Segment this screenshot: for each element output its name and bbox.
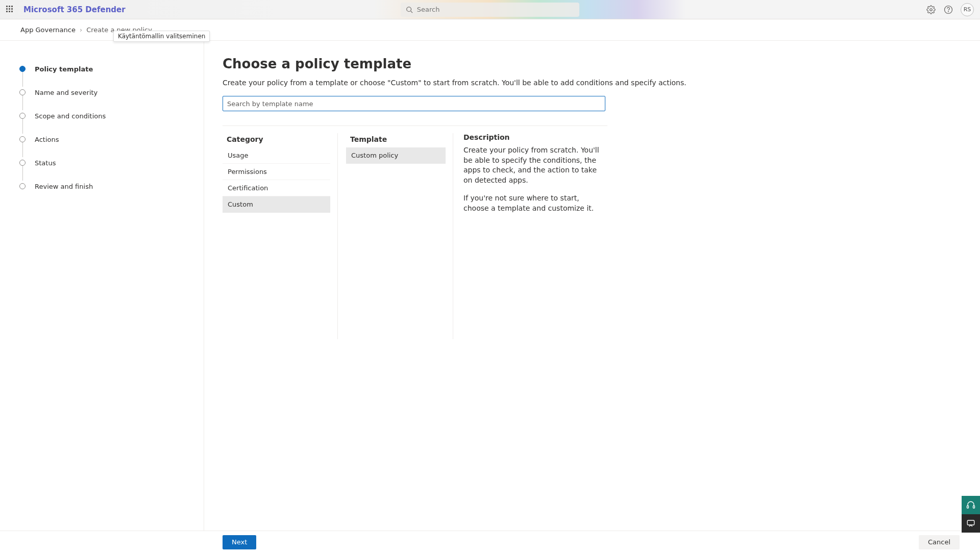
category-item-certification[interactable]: Certification — [223, 180, 330, 196]
step-label: Review and finish — [35, 183, 93, 190]
category-item-usage[interactable]: Usage — [223, 147, 330, 164]
wizard-step-1[interactable]: Name and severity — [19, 81, 204, 104]
wizard-step-4[interactable]: Status — [19, 151, 204, 174]
svg-point-3 — [944, 6, 952, 13]
template-item-0[interactable]: Custom policy — [346, 147, 446, 164]
page-subtitle: Create your policy from a template or ch… — [223, 79, 980, 87]
wizard-steps-list: Policy templateName and severityScope an… — [19, 57, 204, 198]
wizard-step-5[interactable]: Review and finish — [19, 174, 204, 198]
floating-assist-buttons — [962, 496, 980, 531]
template-heading: Template — [350, 135, 446, 143]
description-text-1: Create your policy from scratch. You'll … — [463, 145, 600, 185]
svg-rect-7 — [967, 520, 974, 525]
svg-rect-6 — [973, 506, 975, 509]
step-indicator-icon — [19, 89, 26, 95]
wizard-step-3[interactable]: Actions — [19, 128, 204, 151]
step-indicator-icon — [19, 66, 26, 72]
template-picker: Category UsagePermissionsCertificationCu… — [223, 125, 607, 339]
help-icon[interactable] — [943, 5, 953, 15]
user-avatar[interactable]: RS — [961, 3, 974, 16]
svg-line-1 — [410, 11, 412, 13]
page-title: Choose a policy template — [223, 56, 980, 71]
global-search-input[interactable] — [417, 6, 574, 13]
global-search[interactable] — [401, 3, 579, 17]
category-list: UsagePermissionsCertificationCustom — [223, 147, 330, 213]
breadcrumb-separator: › — [80, 26, 82, 34]
template-search-input[interactable] — [223, 96, 605, 111]
template-list: Custom policy — [346, 147, 446, 164]
feedback-icon[interactable] — [962, 514, 980, 531]
header-actions: RS — [926, 3, 974, 16]
svg-point-4 — [948, 11, 949, 12]
category-heading: Category — [227, 135, 330, 143]
search-icon — [406, 6, 413, 13]
wizard-content: Choose a policy template Create your pol… — [204, 41, 980, 531]
category-item-permissions[interactable]: Permissions — [223, 164, 330, 180]
headset-icon[interactable] — [962, 496, 980, 514]
category-item-custom[interactable]: Custom — [223, 196, 330, 213]
step-label: Actions — [35, 136, 59, 143]
wizard-step-0[interactable]: Policy template — [19, 57, 204, 81]
step-indicator-icon — [19, 113, 26, 119]
settings-icon[interactable] — [926, 5, 936, 15]
app-launcher-icon[interactable] — [6, 6, 14, 14]
step-label: Name and severity — [35, 89, 97, 96]
breadcrumb-root[interactable]: App Governance — [20, 26, 76, 34]
svg-rect-5 — [967, 506, 969, 509]
step-indicator-icon — [19, 183, 26, 189]
wizard-step-2[interactable]: Scope and conditions — [19, 104, 204, 128]
wizard-layout: Policy templateName and severityScope an… — [0, 41, 980, 531]
step-label: Status — [35, 159, 56, 167]
brand-title[interactable]: Microsoft 365 Defender — [23, 5, 126, 14]
description-column: Description Create your policy from scra… — [453, 133, 607, 339]
breadcrumb-tooltip: Käytäntömallin valitseminen — [113, 31, 210, 42]
svg-point-0 — [407, 7, 411, 11]
step-label: Policy template — [35, 65, 93, 73]
category-column: Category UsagePermissionsCertificationCu… — [223, 133, 338, 339]
description-heading: Description — [463, 133, 600, 141]
template-column: Template Custom policy — [338, 133, 453, 339]
svg-point-2 — [930, 8, 933, 11]
app-header: Microsoft 365 Defender RS — [0, 0, 980, 19]
step-indicator-icon — [19, 160, 26, 166]
description-text-2: If you're not sure where to start, choos… — [463, 193, 600, 213]
step-indicator-icon — [19, 136, 26, 142]
step-label: Scope and conditions — [35, 112, 106, 120]
breadcrumb: App Governance › Create a new policy Käy… — [0, 19, 980, 41]
wizard-steps-sidebar: Policy templateName and severityScope an… — [0, 41, 204, 531]
